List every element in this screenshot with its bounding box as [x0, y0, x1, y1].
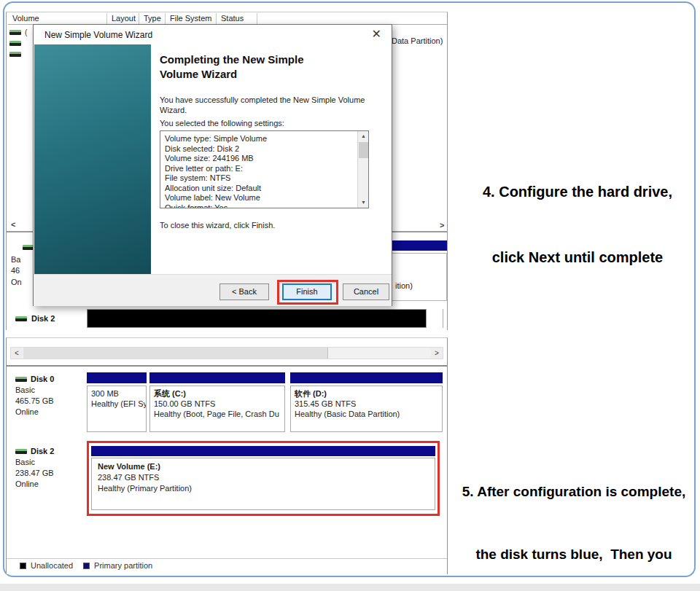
wizard-settings-caption: You selected the following settings: [160, 118, 378, 128]
volume-row-fragment: ( [25, 28, 27, 36]
volume-icon [9, 30, 21, 35]
scroll-up-icon[interactable]: ▲ [358, 131, 369, 141]
disk-management-screenshot-bottom: < > Disk 0 Basic 465.75 GB Online 300 MB… [6, 337, 448, 574]
volume-list-row[interactable]: ( [9, 27, 27, 37]
setting-line: Volume label: New Volume [165, 193, 356, 203]
disk0-partition-efi[interactable]: 300 MB Healthy (EFI Sy [87, 372, 147, 434]
scroll-down-icon[interactable]: ▼ [358, 197, 369, 208]
back-button[interactable]: < Back [219, 283, 269, 300]
disk-label-fragment: 46 [11, 266, 20, 275]
disk0-panel[interactable]: Disk 0 Basic 465.75 GB Online [12, 372, 83, 418]
unallocated-swatch-icon [20, 563, 26, 569]
partition-bar-fragment [392, 240, 447, 251]
disk0-partition-d[interactable]: 软件 (D:) 315.45 GB NTFS Healthy (Basic Da… [290, 372, 443, 434]
step4-annotation: 4. Configure the hard drive, click Next … [456, 137, 699, 290]
setting-line: Allocation unit size: Default [165, 184, 356, 194]
hscroll-right-arrow[interactable]: > [440, 221, 444, 230]
disk0-row: Disk 0 Basic 465.75 GB Online 300 MB Hea… [7, 371, 448, 438]
disk2-panel[interactable]: Disk 2 Basic 238.47 GB Online [12, 445, 83, 490]
disk2-row: Disk 2 Basic 238.47 GB Online New Volume… [7, 440, 448, 522]
new-simple-volume-wizard-dialog: New Simple Volume Wizard ✕ Completing th… [33, 24, 392, 306]
legend: Unallocated Primary partition [20, 561, 152, 570]
disk2-highlight-box: New Volume (E:) 238.47 GB NTFS Healthy (… [87, 441, 440, 516]
volume-list-row[interactable] [9, 49, 21, 59]
disk-label-fragment: Ba [11, 255, 20, 264]
listbox-scrollbar[interactable]: ▲ ▼ [357, 131, 368, 208]
pane-splitter [7, 365, 448, 367]
partition-size: 300 MB [91, 388, 142, 399]
partition-size: 150.00 GB NTFS [154, 399, 281, 409]
volume-icon [9, 52, 21, 57]
hscroll-left-arrow[interactable]: < [11, 348, 23, 359]
volume-list-row[interactable] [9, 38, 21, 48]
wizard-sidebar-art [34, 44, 151, 274]
column-volume[interactable]: Volume [8, 13, 107, 25]
column-status[interactable]: Status [217, 13, 257, 25]
settings-lines: Volume type: Simple Volume Disk selected… [165, 134, 356, 208]
wizard-title: New Simple Volume Wizard [44, 30, 152, 40]
partition-info-box: 300 MB Healthy (EFI Sy [87, 385, 147, 432]
column-type[interactable]: Type [139, 13, 166, 25]
partition-size: 315.45 GB NTFS [295, 399, 438, 409]
disk2-label: Disk 2 [31, 314, 55, 323]
disk0-status: Online [15, 407, 83, 418]
disk2-size: 238.47 GB [15, 468, 83, 479]
setting-line: Drive letter or path: E: [165, 164, 356, 174]
partition-status-fragment: Data Partition) [392, 36, 443, 45]
scrollbar-thumb[interactable] [359, 142, 368, 158]
column-layout[interactable]: Layout [107, 13, 139, 25]
disk-strip-edge [443, 309, 443, 328]
disk0-name-row: Disk 0 [15, 374, 83, 385]
cancel-button[interactable]: Cancel [343, 283, 389, 300]
step4-line2: click Next until complete [456, 246, 699, 268]
finish-highlight-box [277, 280, 338, 305]
partition-size: 238.47 GB NTFS [98, 472, 429, 483]
legend-unallocated-label: Unallocated [31, 561, 73, 570]
column-file-system[interactable]: File System [166, 13, 217, 25]
disk0-partition-c[interactable]: 系统 (C:) 150.00 GB NTFS Healthy (Boot, Pa… [149, 372, 285, 434]
partition-title: 软件 (D:) [295, 388, 438, 399]
disk2-icon [15, 316, 27, 321]
setting-line: Disk selected: Disk 2 [165, 144, 356, 154]
hscroll-right-arrow[interactable]: > [431, 348, 443, 359]
step4-line1: 4. Configure the hard drive, [456, 181, 699, 203]
disk2-name-row: Disk 2 [15, 446, 83, 457]
partition-text-fragment: ition) [395, 281, 413, 290]
primary-partition-swatch-icon [83, 563, 90, 569]
disk-label-fragment: On [11, 278, 22, 286]
legend-primary-label: Primary partition [94, 561, 152, 570]
step5-line1: 5. After configuration is complete, [448, 482, 700, 503]
wizard-settings-listbox[interactable]: Volume type: Simple Volume Disk selected… [160, 130, 369, 208]
wizard-body-text: You have successfully completed the New … [160, 95, 378, 116]
partition-info-box: 系统 (C:) 150.00 GB NTFS Healthy (Boot, Pa… [149, 385, 285, 432]
disk-icon [15, 449, 27, 454]
step5-annotation: 5. After configuration is complete, the … [448, 440, 700, 591]
partition-title: 系统 (C:) [154, 388, 281, 399]
setting-line: Volume size: 244196 MB [165, 154, 356, 164]
hscroll-thumb[interactable] [23, 348, 328, 359]
step5-line2: the disk turns blue, Then you [448, 544, 700, 565]
disk-icon [15, 377, 27, 382]
partition-status: Healthy (Boot, Page File, Crash Du [154, 409, 281, 419]
disk0-size: 465.75 GB [15, 396, 83, 407]
disk2-type: Basic [15, 457, 83, 468]
hscroll-left-arrow[interactable]: < [11, 220, 15, 229]
partition-color-bar [290, 372, 443, 383]
wizard-finish-hint: To close this wizard, click Finish. [160, 220, 378, 230]
disk2-unallocated-bar[interactable] [87, 309, 427, 328]
partition-box-fragment[interactable]: ition) [392, 253, 447, 301]
partition-info-box: 软件 (D:) 315.45 GB NTFS Healthy (Basic Da… [290, 385, 443, 432]
horizontal-scrollbar[interactable]: < > [10, 347, 443, 359]
partition-status: Healthy (Primary Partition) [98, 483, 429, 494]
close-icon[interactable]: ✕ [372, 28, 381, 41]
disk2-partition-e[interactable]: New Volume (E:) 238.47 GB NTFS Healthy (… [91, 458, 435, 510]
volume-icon [9, 41, 21, 46]
disk2-name: Disk 2 [31, 446, 54, 457]
volume-list-header: Volume Layout Type File System Status [8, 13, 447, 25]
wizard-titlebar[interactable]: New Simple Volume Wizard ✕ [34, 25, 392, 44]
partition-color-bar [91, 446, 435, 456]
disk2-status: Online [15, 479, 83, 490]
wizard-heading: Completing the New Simple Volume Wizard [160, 52, 335, 81]
setting-line: Volume type: Simple Volume [165, 134, 356, 144]
disk0-name: Disk 0 [31, 374, 54, 385]
